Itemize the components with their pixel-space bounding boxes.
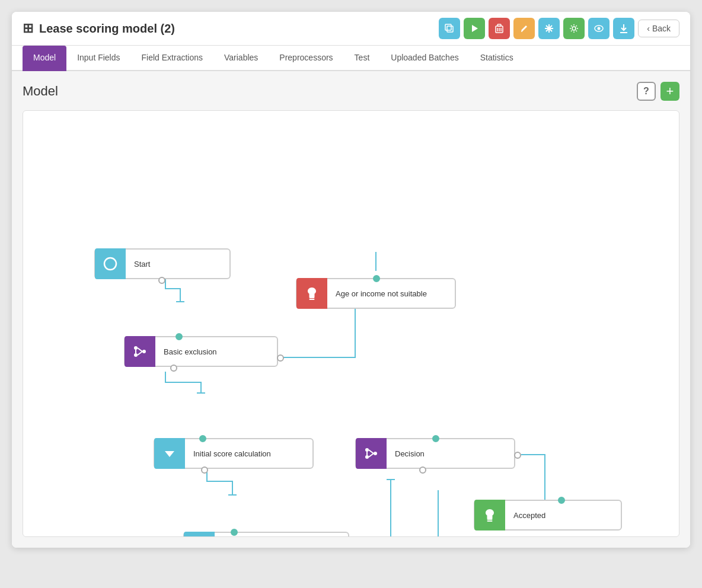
node-age-income-icon [296, 278, 327, 309]
basic-exclusion-out-connector [170, 365, 177, 372]
svg-rect-1 [445, 24, 451, 30]
node-initial-score-label: Initial score calculation [185, 449, 279, 458]
node-age-income[interactable]: Age or income not suitable [296, 278, 456, 309]
node-decision-icon [356, 438, 387, 469]
nav-tabs: Model Input Fields Field Extractions Var… [12, 46, 690, 71]
tab-test[interactable]: Test [344, 46, 381, 71]
age-income-in-dot [373, 275, 380, 282]
svg-rect-4 [497, 24, 501, 26]
decision-right-connector [514, 452, 521, 459]
preview-button[interactable] [588, 18, 610, 39]
svg-line-34 [369, 453, 374, 457]
settings-button[interactable] [563, 18, 585, 39]
content-area: Model ? + [12, 71, 690, 548]
tab-field-extractions[interactable]: Field Extractions [131, 46, 213, 71]
node-age-income-label: Age or income not suitable [327, 289, 435, 298]
initial-score-in-dot [199, 435, 206, 442]
flow-connections [23, 111, 679, 536]
tab-variables[interactable]: Variables [213, 46, 269, 71]
svg-line-33 [369, 450, 374, 453]
header: ⊞ Lease scoring model (2) [12, 12, 690, 46]
node-initial-score[interactable]: Initial score calculation [154, 438, 314, 469]
node-score-adjustment[interactable]: Score adjustment because of criteria [183, 532, 349, 537]
tab-preprocessors[interactable]: Preprocessors [269, 46, 343, 71]
svg-point-19 [134, 346, 138, 350]
edit-button[interactable] [513, 18, 535, 39]
svg-marker-25 [165, 451, 174, 457]
copy-button[interactable] [439, 18, 460, 39]
help-button[interactable]: ? [637, 82, 656, 101]
back-label: Back [652, 24, 671, 33]
section-header: Model ? + [23, 82, 679, 101]
back-chevron: ‹ [647, 24, 650, 33]
delete-button[interactable] [489, 18, 510, 39]
svg-rect-27 [309, 297, 315, 298]
header-title: ⊞ Lease scoring model (2) [23, 21, 439, 36]
app-title: Lease scoring model (2) [39, 22, 175, 36]
tab-statistics[interactable]: Statistics [470, 46, 524, 71]
svg-point-21 [142, 350, 146, 353]
node-accepted[interactable]: Accepted [474, 500, 622, 531]
svg-point-31 [374, 452, 377, 455]
score-adj-in-dot [231, 529, 238, 536]
svg-rect-28 [309, 299, 315, 300]
section-title: Model [23, 84, 58, 99]
play-button[interactable] [464, 18, 485, 39]
section-actions: ? + [637, 82, 679, 101]
app-window: ⊞ Lease scoring model (2) [12, 12, 690, 548]
svg-rect-0 [447, 26, 453, 32]
node-start-icon [95, 248, 126, 279]
add-button[interactable]: + [660, 82, 679, 101]
node-accepted-icon [474, 500, 505, 531]
tab-uploaded-batches[interactable]: Uploaded Batches [380, 46, 469, 71]
tab-model[interactable]: Model [23, 46, 66, 71]
node-basic-exclusion-label: Basic exclusion [155, 347, 225, 356]
node-basic-exclusion[interactable]: Basic exclusion [124, 336, 278, 367]
basic-exclusion-in-dot [176, 333, 183, 340]
app-icon: ⊞ [23, 21, 33, 36]
svg-point-13 [572, 27, 576, 30]
node-start[interactable]: Start [94, 248, 231, 279]
header-actions: ‹ Back [439, 18, 679, 39]
svg-rect-36 [487, 520, 493, 522]
svg-point-29 [365, 448, 369, 452]
node-basic-exclusion-icon [125, 336, 155, 367]
svg-marker-2 [472, 25, 478, 32]
svg-point-30 [365, 455, 369, 459]
svg-point-18 [104, 258, 116, 270]
flow-canvas: Start Basic exclusion [23, 110, 679, 537]
node-initial-score-icon [154, 438, 185, 469]
initial-score-out-connector [201, 466, 208, 474]
svg-rect-35 [487, 519, 493, 520]
download-button[interactable] [613, 18, 634, 39]
start-out-connector [158, 277, 165, 284]
node-decision-label: Decision [387, 449, 433, 458]
decision-out-connector [419, 466, 426, 474]
basic-exclusion-right-connector [277, 354, 284, 362]
svg-line-24 [138, 351, 142, 355]
svg-point-20 [134, 353, 138, 357]
back-button[interactable]: ‹ Back [638, 20, 679, 37]
freeze-button[interactable] [538, 18, 560, 39]
svg-line-23 [138, 348, 142, 351]
node-start-label: Start [126, 260, 158, 269]
tab-input-fields[interactable]: Input Fields [66, 46, 130, 71]
node-score-adj-icon [184, 532, 215, 537]
svg-point-15 [598, 27, 601, 30]
decision-in-dot [432, 435, 439, 442]
accepted-in-dot [558, 497, 565, 504]
node-accepted-label: Accepted [505, 511, 554, 520]
node-decision[interactable]: Decision [355, 438, 515, 469]
